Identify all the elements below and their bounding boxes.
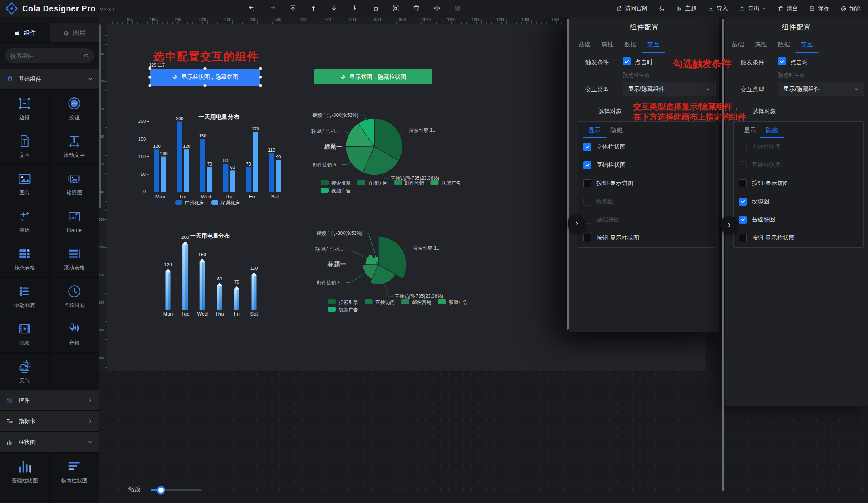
panel-tab-交互[interactable]: 交互 [801, 40, 813, 53]
search-input[interactable] [10, 53, 84, 59]
panel-tab-属性[interactable]: 属性 [601, 40, 614, 53]
save-button[interactable]: 保存 [803, 5, 835, 12]
component-tile-滚动列表[interactable]: 滚动列表 [0, 278, 49, 315]
sidebar-tab-图层[interactable]: 图层 [50, 23, 99, 42]
component-tile-边框[interactable]: 边框 [0, 90, 49, 127]
list-tab-显示[interactable]: 显示 [589, 126, 601, 138]
dark-mode-button[interactable] [653, 6, 671, 12]
checkbox[interactable] [583, 179, 591, 187]
clear-button[interactable]: 清空 [772, 5, 803, 12]
checkbox[interactable] [739, 234, 747, 242]
selection-handle[interactable] [259, 67, 262, 70]
component-tile-滚动表格[interactable]: 滚动表格 [50, 240, 99, 277]
component-tile-视频[interactable]: 视频 [0, 315, 49, 352]
chart-basic-bar[interactable]: 一天用电量分布050100150200120100Mon200120Tue150… [133, 110, 289, 211]
interaction-type-select[interactable]: 显示/隐藏组件 [623, 82, 716, 96]
move-to-top-button[interactable] [288, 4, 297, 13]
delete-button[interactable] [412, 4, 421, 13]
visit-site-button[interactable]: 访问官网 [610, 5, 653, 12]
target-item-基础柱状图[interactable]: 基础柱状图 [578, 156, 715, 174]
checkbox[interactable] [739, 216, 747, 224]
target-item-按钮-显示饼图[interactable]: 按钮-显示饼图 [578, 174, 715, 192]
component-tile-partial[interactable] [0, 490, 49, 503]
selection-handle[interactable] [148, 76, 151, 79]
component-tile-音频[interactable]: 音频 [50, 315, 99, 352]
selection-handle[interactable] [259, 84, 262, 87]
checkbox[interactable] [583, 234, 591, 242]
selection-handle[interactable] [148, 84, 151, 87]
record-button[interactable] [453, 4, 462, 13]
panel-tab-交互[interactable]: 交互 [647, 40, 660, 53]
component-tile-基础柱状图[interactable]: 基础柱状图 [0, 453, 49, 490]
component-tile-iframe[interactable]: HTMLiframe [50, 202, 99, 240]
target-item-按钮-显示饼图[interactable]: 按钮-显示饼图 [734, 174, 863, 192]
chart-basic-pie[interactable]: 搜索引擎-1...直接访问-735(23.36%)邮件营销-5...联盟广告-4… [312, 106, 441, 198]
paste-button[interactable] [391, 4, 400, 13]
theme-button[interactable]: 主题 [671, 5, 702, 12]
trigger-option-label[interactable]: 点击时 [790, 59, 808, 66]
export-button[interactable]: 导出 [734, 5, 772, 12]
component-tile-图片[interactable]: 图片 [0, 165, 49, 202]
component-tile-按钮[interactable]: BTN按钮 [50, 90, 99, 127]
checkbox[interactable] [623, 57, 631, 65]
checkbox[interactable] [583, 143, 591, 151]
move-to-bottom-button[interactable] [350, 4, 359, 13]
interaction-type-select[interactable]: 显示/隐藏组件 [778, 82, 864, 96]
checkbox[interactable] [739, 198, 747, 206]
move-up-button[interactable] [309, 4, 318, 13]
redo-button[interactable] [268, 4, 277, 13]
target-item-玫瑰图[interactable]: 玫瑰图 [734, 192, 863, 210]
search-icon[interactable] [84, 53, 90, 59]
panel-tab-数据[interactable]: 数据 [778, 40, 790, 53]
chart-rose-pie[interactable]: 搜索引擎-1...直接访问-735(23.36%)邮件营销-5...联盟广告-4… [319, 230, 440, 317]
component-tile-文本[interactable]: 文本 [0, 127, 49, 164]
sidebar-group-控件[interactable]: 控件 [0, 390, 99, 411]
sidebar-group-基础组件[interactable]: 基础组件 [0, 69, 99, 90]
target-item-基础饼图[interactable]: 基础饼图 [734, 210, 863, 229]
selection-handle[interactable] [203, 67, 207, 70]
distribute-button[interactable] [432, 4, 441, 13]
panel-scrollbar[interactable] [567, 19, 569, 330]
list-tab-隐藏[interactable]: 隐藏 [766, 126, 778, 138]
component-tile-轮播图[interactable]: 轮播图 [50, 165, 99, 202]
list-tab-显示[interactable]: 显示 [744, 126, 756, 138]
button-show-bar-hide-pie[interactable]: 显示柱状图，隐藏饼图 [150, 69, 260, 86]
component-tile-当前时间[interactable]: 当前时间 [50, 278, 99, 315]
component-tile-装饰[interactable]: 装饰 [0, 202, 49, 240]
component-tile-滚动文字[interactable]: 滚动文字 [50, 127, 99, 164]
checkbox[interactable] [583, 161, 591, 169]
selection-handle[interactable] [148, 67, 151, 70]
import-button[interactable]: 导入 [702, 5, 734, 12]
chart-3d-bar[interactable]: 一天用电量分布120Mon200Tue150Wed80Thu70Fri110Sa… [159, 230, 281, 317]
panel-tab-属性[interactable]: 属性 [755, 40, 767, 53]
panel-tab-基础[interactable]: 基础 [732, 40, 744, 53]
preview-button[interactable]: 预览 [835, 5, 866, 12]
list-tab-隐藏[interactable]: 隐藏 [610, 126, 623, 138]
sidebar-tab-组件[interactable]: 组件 [0, 23, 50, 42]
trigger-option-label[interactable]: 点击时 [635, 59, 653, 66]
move-down-button[interactable] [329, 4, 338, 13]
checkbox[interactable] [739, 179, 747, 187]
checkbox[interactable] [778, 57, 786, 65]
component-tile-partial[interactable] [50, 490, 99, 503]
component-tile-天气[interactable]: 天气 [0, 353, 49, 390]
sidebar-group-柱状图[interactable]: 柱状图 [0, 432, 99, 453]
panel-tab-基础[interactable]: 基础 [578, 40, 591, 53]
panel-tab-数据[interactable]: 数据 [624, 40, 637, 53]
zoom-slider-handle[interactable] [157, 486, 165, 495]
component-tile-静态表格[interactable]: 静态表格 [0, 240, 49, 277]
sidebar-group-指标卡[interactable]: 123 指标卡 [0, 411, 99, 432]
target-item-按钮-显示柱状图[interactable]: 按钮-显示柱状图 [734, 229, 863, 247]
copy-button[interactable] [371, 4, 379, 13]
sidebar-scrollbar[interactable] [99, 24, 101, 208]
target-item-按钮-显示柱状图[interactable]: 按钮-显示柱状图 [578, 229, 715, 247]
undo-button[interactable] [247, 4, 256, 13]
selection-handle[interactable] [259, 76, 262, 79]
component-tile-横向柱状图[interactable]: 横向柱状图 [50, 453, 99, 490]
panel-collapse-button[interactable] [720, 216, 738, 234]
panel-collapse-button[interactable] [568, 215, 585, 232]
button-show-pie-hide-bar[interactable]: 显示饼图，隐藏柱状图 [314, 69, 432, 84]
panel-scrollbar[interactable] [722, 19, 724, 491]
target-item-立体柱状图[interactable]: 立体柱状图 [578, 138, 715, 156]
selection-handle[interactable] [203, 84, 207, 87]
